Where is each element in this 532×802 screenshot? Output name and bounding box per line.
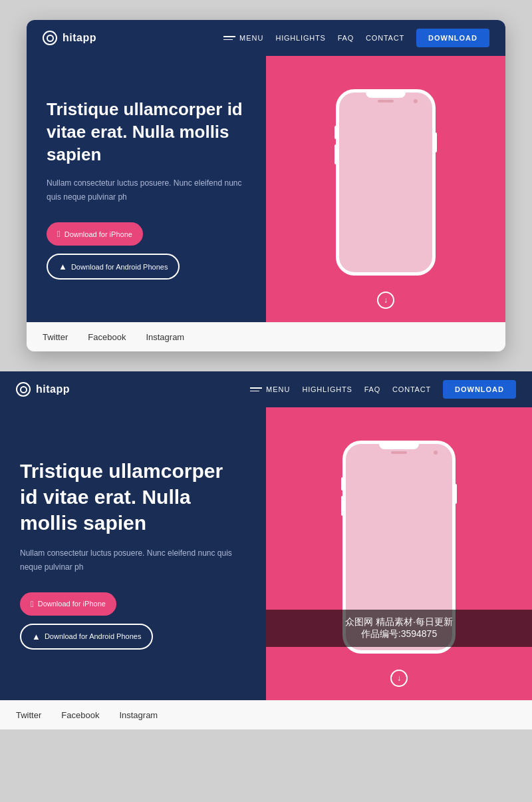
phone-side-btn-right-2 bbox=[454, 484, 457, 504]
navbar-left: hitapp bbox=[43, 31, 223, 45]
hero-subtitle-2: Nullam consectetur luctus posuere. Nunc … bbox=[20, 546, 246, 574]
navbar-left-2: hitapp bbox=[16, 382, 250, 397]
footer-bar-2: Twitter Facebook Instagram bbox=[0, 700, 532, 729]
download-nav-button[interactable]: DOWNLOAD bbox=[416, 29, 489, 47]
menu-label-2: MENU bbox=[266, 385, 290, 393]
nav-link-contact[interactable]: CONTACT bbox=[366, 34, 404, 42]
hero-right: ↓ bbox=[266, 56, 505, 322]
phone-speaker bbox=[378, 100, 394, 102]
footer-link-twitter-2[interactable]: Twitter bbox=[16, 710, 41, 720]
hero-left-2: Tristique ullamcorper id vitae erat. Nul… bbox=[0, 407, 266, 700]
footer-link-facebook[interactable]: Facebook bbox=[88, 332, 126, 342]
apple-icon-2:  bbox=[31, 599, 34, 609]
hero-buttons:  Download for iPhone ▲ Download for And… bbox=[47, 222, 246, 280]
phone-side-btn-left2 bbox=[334, 144, 337, 164]
android-download-button[interactable]: ▲ Download for Android Phones bbox=[47, 254, 180, 280]
navbar-links-2: HIGHLIGHTS FAQ CONTACT bbox=[302, 385, 431, 393]
footer-bar: Twitter Facebook Instagram bbox=[27, 322, 505, 351]
navbar-2: hitapp MENU HIGHLIGHTS FAQ CONTACT DOWNL… bbox=[0, 371, 532, 407]
nav-link-highlights-2[interactable]: HIGHLIGHTS bbox=[302, 385, 352, 393]
scroll-down-button[interactable]: ↓ bbox=[377, 292, 394, 309]
hero-buttons-2:  Download for iPhone ▲ Download for And… bbox=[20, 592, 246, 650]
hero-subtitle: Nullam consectetur luctus posuere. Nunc … bbox=[47, 176, 246, 204]
logo-icon bbox=[43, 31, 57, 45]
hero-title: Tristique ullamcorper id vitae erat. Nul… bbox=[47, 99, 246, 166]
footer-link-twitter[interactable]: Twitter bbox=[43, 332, 68, 342]
menu-label: MENU bbox=[239, 34, 263, 42]
hero-left: Tristique ullamcorper id vitae erat. Nul… bbox=[27, 56, 266, 322]
hero-section-2: Tristique ullamcorper id vitae erat. Nul… bbox=[0, 407, 532, 700]
phone-side-btn-right bbox=[434, 132, 437, 152]
phone-camera bbox=[414, 99, 418, 103]
footer-link-instagram-2[interactable]: Instagram bbox=[119, 710, 158, 720]
android-icon: ▲ bbox=[59, 262, 67, 272]
phone-mockup bbox=[336, 89, 436, 276]
menu-lines-icon bbox=[223, 36, 235, 40]
logo-icon-2 bbox=[16, 382, 31, 397]
hero-right-2: 众图网 精品素材·每日更新作品编号:3594875 ↓ bbox=[266, 407, 532, 700]
navbar: hitapp MENU HIGHLIGHTS FAQ CONTACT DOWNL… bbox=[27, 20, 505, 56]
hero-title-2: Tristique ullamcorper id vitae erat. Nul… bbox=[20, 458, 246, 536]
apple-icon:  bbox=[57, 229, 61, 239]
scroll-down-button-2[interactable]: ↓ bbox=[390, 670, 408, 687]
nav-link-faq-2[interactable]: FAQ bbox=[364, 385, 380, 393]
card-1: hitapp MENU HIGHLIGHTS FAQ CONTACT DOWNL… bbox=[27, 20, 505, 351]
menu-button[interactable]: MENU bbox=[223, 34, 263, 42]
phone-side-btn-left1-2 bbox=[341, 477, 344, 491]
download-nav-button-2[interactable]: DOWNLOAD bbox=[443, 380, 516, 399]
phone-side-btn-left1 bbox=[334, 126, 337, 139]
phone-mockup-2 bbox=[342, 441, 456, 654]
phone-camera-2 bbox=[434, 451, 438, 455]
logo-text-2: hitapp bbox=[36, 383, 70, 395]
phone-notch bbox=[366, 93, 406, 98]
ios-download-button-2[interactable]:  Download for iPhone bbox=[20, 592, 116, 616]
android-icon-2: ▲ bbox=[32, 632, 41, 642]
footer-link-facebook-2[interactable]: Facebook bbox=[61, 710, 99, 720]
phone-side-btn-left2-2 bbox=[341, 496, 344, 516]
ios-download-button[interactable]:  Download for iPhone bbox=[47, 222, 143, 246]
logo-text: hitapp bbox=[63, 32, 96, 44]
menu-button-2[interactable]: MENU bbox=[250, 385, 290, 393]
phone-speaker-2 bbox=[391, 451, 407, 454]
hero-section: Tristique ullamcorper id vitae erat. Nul… bbox=[27, 56, 505, 322]
menu-lines-icon-2 bbox=[250, 387, 262, 391]
nav-link-contact-2[interactable]: CONTACT bbox=[392, 385, 431, 393]
card-2: hitapp MENU HIGHLIGHTS FAQ CONTACT DOWNL… bbox=[0, 371, 532, 729]
android-download-button-2[interactable]: ▲ Download for Android Phones bbox=[20, 624, 153, 650]
phone-notch-2 bbox=[379, 444, 419, 449]
navbar-links: HIGHLIGHTS FAQ CONTACT bbox=[275, 34, 404, 42]
footer-link-instagram[interactable]: Instagram bbox=[146, 332, 184, 342]
nav-link-faq[interactable]: FAQ bbox=[338, 34, 354, 42]
nav-link-highlights[interactable]: HIGHLIGHTS bbox=[275, 34, 325, 42]
